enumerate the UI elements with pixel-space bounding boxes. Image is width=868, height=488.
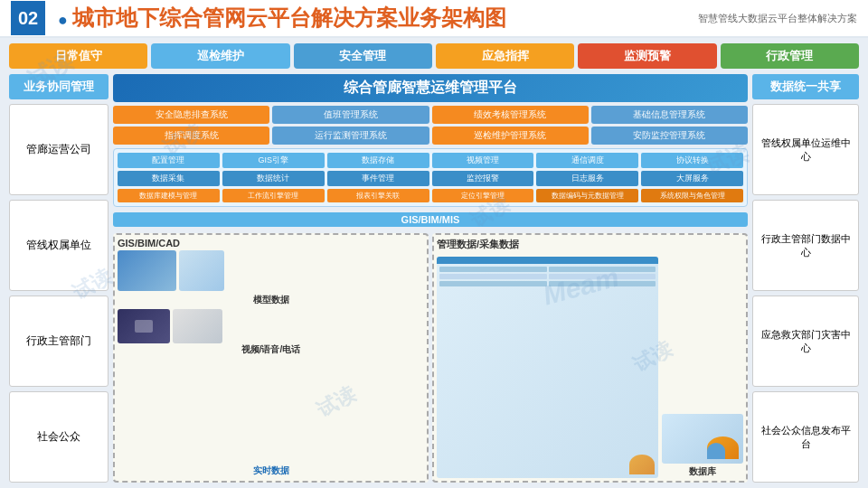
db-image — [662, 414, 743, 464]
nav-item-2[interactable]: 安全管理 — [294, 43, 432, 69]
top-bar: 02 城市地下综合管网云平台解决方案业务架构图 智慧管线大数据云平台整体解决方案 — [0, 0, 868, 38]
ibox-17: 系统权限与角色管理 — [641, 189, 743, 203]
mgmt-screenshot — [437, 257, 658, 478]
platform-box-03: 基础信息管理系统 — [591, 106, 748, 124]
ibox-16: 数据编码与元数据管理 — [536, 189, 638, 203]
platform-box-00: 安全隐患排查系统 — [113, 106, 269, 124]
right-header: 数据统一共享 — [752, 74, 859, 99]
top-right-label: 智慧管线大数据云平台整体解决方案 — [698, 12, 857, 25]
nav-bar: 日常值守 巡检维护 安全管理 应急指挥 监测预警 行政管理 — [9, 43, 859, 69]
platform-col-0: 安全隐患排查系统 指挥调度系统 — [113, 106, 269, 145]
infra-section: 配置管理 GIS引擎 数据存储 视频管理 通信调度 协议转换 数据采集 数据统计… — [113, 148, 748, 207]
ibox-10: 日志服务 — [536, 171, 638, 186]
left-item-2: 行政主管部门 — [9, 296, 108, 387]
video-label: 视频/语音/电话 — [118, 343, 424, 356]
main-layout: 业务协同管理 管廊运营公司 管线权属单位 行政主管部门 社会公众 综合管廊智慧运… — [9, 74, 859, 483]
platform-box-01: 值班管理系统 — [272, 106, 429, 124]
video-image — [118, 309, 170, 343]
ibox-14: 报表引擎关联 — [327, 189, 429, 203]
platform-box-13: 安防监控管理系统 — [591, 127, 748, 145]
mgmt-data-label: 管理数据/采集数据 — [437, 238, 743, 251]
realtime-label: 实时数据 — [115, 465, 427, 477]
ibox-12: 数据库建模与管理 — [118, 189, 220, 203]
ibox-2: 数据存储 — [327, 153, 429, 168]
gis-bim-cad-label: GIS/BIM/CAD — [118, 238, 424, 249]
platform-col-1: 值班管理系统 运行监测管理系统 — [272, 106, 429, 145]
ibox-5: 协议转换 — [641, 153, 743, 168]
nav-item-3[interactable]: 应急指挥 — [436, 43, 574, 69]
page-title: 城市地下综合管网云平台解决方案业务架构图 — [58, 4, 698, 33]
gis-label: GIS/BIM/MIS — [113, 212, 748, 227]
platform-grid: 安全隐患排查系统 指挥调度系统 值班管理系统 运行监测管理系统 绩效考核管理系统… — [113, 106, 748, 145]
platform-box-10: 指挥调度系统 — [113, 127, 269, 145]
platform-box-11: 运行监测管理系统 — [272, 127, 429, 145]
ibox-0: 配置管理 — [118, 153, 220, 168]
center-title: 综合管廊智慧运维管理平台 — [113, 74, 748, 102]
ibox-4: 通信调度 — [536, 153, 638, 168]
ibox-3: 视频管理 — [432, 153, 534, 168]
ibox-7: 数据统计 — [222, 171, 325, 186]
left-item-1: 管线权属单位 — [9, 200, 108, 291]
center-column: 综合管廊智慧运维管理平台 安全隐患排查系统 指挥调度系统 值班管理系统 运行监测… — [113, 74, 748, 483]
right-item-1: 行政主管部门数据中心 — [752, 200, 859, 291]
nav-item-0[interactable]: 日常值守 — [9, 43, 147, 69]
ibox-1: GIS引擎 — [222, 153, 325, 168]
ibox-15: 定位引擎管理 — [432, 189, 534, 203]
left-column: 业务协同管理 管廊运营公司 管线权属单位 行政主管部门 社会公众 — [9, 74, 108, 483]
left-item-3: 社会公众 — [9, 391, 108, 483]
platform-col-3: 基础信息管理系统 安防监控管理系统 — [591, 106, 748, 145]
model-data-label: 模型数据 — [118, 294, 424, 306]
nav-item-1[interactable]: 巡检维护 — [151, 43, 289, 69]
slide-number: 02 — [11, 1, 45, 35]
ibox-11: 大屏服务 — [641, 171, 743, 186]
nav-item-4[interactable]: 监测预警 — [578, 43, 716, 69]
right-item-3: 社会公众信息发布平台 — [752, 391, 859, 483]
right-column: 数据统一共享 管线权属单位运维中心 行政主管部门数据中心 应急救灾部门灾害中心 … — [752, 74, 859, 483]
left-item-0: 管廊运营公司 — [9, 104, 108, 195]
ibox-6: 数据采集 — [118, 171, 220, 186]
content-area: 日常值守 巡检维护 安全管理 应急指挥 监测预警 行政管理 业务协同管理 管廊运… — [0, 38, 868, 488]
platform-col-2: 绩效考核管理系统 巡检维护管理系统 — [432, 106, 589, 145]
bim-image — [179, 250, 224, 291]
db-label: 数据库 — [689, 465, 716, 478]
left-header: 业务协同管理 — [9, 74, 108, 99]
platform-box-12: 巡检维护管理系统 — [432, 127, 589, 145]
phone-image — [173, 309, 222, 343]
gis-image — [118, 250, 176, 291]
right-item-2: 应急救灾部门灾害中心 — [752, 296, 859, 387]
bottom-right-panel: 管理数据/采集数据 — [432, 233, 748, 483]
infra-grid: 配置管理 GIS引擎 数据存储 视频管理 通信调度 协议转换 数据采集 数据统计… — [118, 153, 743, 202]
database-area: 数据库 — [662, 257, 743, 478]
platform-box-02: 绩效考核管理系统 — [432, 106, 589, 124]
bottom-section: GIS/BIM/CAD 模型数据 — [113, 233, 748, 483]
ibox-9: 监控报警 — [432, 171, 534, 186]
ibox-8: 事件管理 — [327, 171, 429, 186]
nav-item-5[interactable]: 行政管理 — [721, 43, 859, 69]
right-item-0: 管线权属单位运维中心 — [752, 104, 859, 195]
bottom-left-panel: GIS/BIM/CAD 模型数据 — [113, 233, 429, 483]
ibox-13: 工作流引擎管理 — [222, 189, 325, 203]
